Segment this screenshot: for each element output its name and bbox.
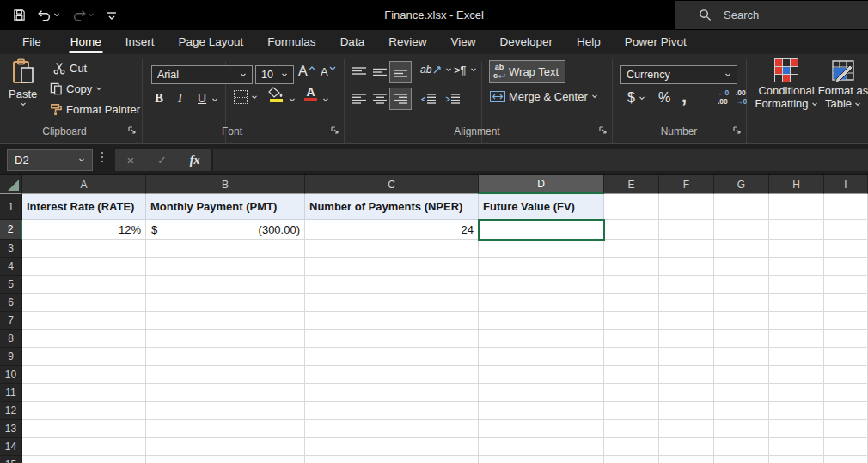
row-header-2[interactable]: 2	[0, 220, 22, 240]
align-bottom-button[interactable]	[390, 62, 411, 82]
text-direction-button[interactable]: >¶	[454, 64, 477, 76]
merge-center-button[interactable]: Merge & Center	[490, 90, 598, 103]
tab-view[interactable]: View	[438, 31, 487, 54]
increase-indent-button[interactable]	[442, 88, 462, 109]
redo-button[interactable]	[68, 6, 99, 25]
font-color-chevron-icon[interactable]	[322, 98, 329, 102]
align-right-button[interactable]	[390, 88, 411, 109]
undo-button[interactable]	[34, 6, 64, 25]
conditional-formatting-button[interactable]: Conditional Formatting	[758, 58, 815, 111]
selected-cell-D2[interactable]	[478, 219, 605, 241]
increase-decimal-button[interactable]: ←0 .00	[718, 89, 729, 105]
align-middle-button[interactable]	[370, 62, 390, 82]
underline-button[interactable]: U	[198, 91, 206, 105]
number-format-combo[interactable]: Currency	[620, 65, 737, 84]
cell-D1[interactable]: Future Value (FV)	[479, 194, 604, 220]
underline-chevron-icon[interactable]	[211, 98, 218, 102]
text-direction-chevron-icon[interactable]	[470, 68, 477, 72]
tab-page-layout[interactable]: Page Layout	[167, 31, 256, 54]
increase-font-size-button[interactable]: A	[298, 64, 315, 79]
row-header-15[interactable]: 15	[0, 456, 22, 463]
align-left-button[interactable]	[349, 88, 370, 109]
cell-B1[interactable]: Monthly Payment (PMT)	[146, 194, 305, 220]
cell-C1[interactable]: Number of Payments (NPER)	[305, 194, 479, 220]
accounting-chevron-icon[interactable]	[639, 96, 645, 101]
row-header-8[interactable]: 8	[0, 330, 22, 348]
column-header-A[interactable]: A	[22, 175, 146, 194]
column-header-E[interactable]: E	[604, 175, 659, 194]
insert-function-icon[interactable]: fx	[190, 154, 200, 168]
tab-review[interactable]: Review	[376, 31, 438, 54]
accounting-format-button[interactable]: $	[627, 90, 645, 106]
paste-button[interactable]: Paste	[9, 58, 37, 107]
bold-button[interactable]: B	[155, 91, 163, 106]
copy-chevron-icon[interactable]	[95, 87, 102, 91]
name-box[interactable]: D2	[7, 149, 93, 171]
search-box[interactable]: Search	[675, 1, 868, 29]
orientation-button[interactable]: ab	[420, 64, 452, 76]
tab-help[interactable]: Help	[565, 31, 613, 54]
row-header-10[interactable]: 10	[0, 366, 22, 384]
name-box-chevron-icon[interactable]	[78, 158, 85, 162]
row-header-6[interactable]: 6	[0, 294, 22, 312]
align-top-button[interactable]	[349, 62, 370, 82]
column-header-F[interactable]: F	[659, 175, 714, 194]
column-header-C[interactable]: C	[305, 175, 479, 194]
cut-button[interactable]: Cut	[53, 62, 87, 75]
row-header-7[interactable]: 7	[0, 312, 22, 330]
save-icon[interactable]	[9, 5, 30, 25]
wrap-text-button[interactable]: ab c Wrap Text	[490, 61, 565, 82]
select-all-button[interactable]	[0, 175, 22, 194]
font-color-button[interactable]: A	[304, 86, 317, 101]
borders-chevron-icon[interactable]	[251, 95, 258, 100]
copy-button[interactable]: Copy	[50, 82, 102, 95]
column-header-H[interactable]: H	[769, 175, 824, 194]
percent-style-button[interactable]: %	[658, 90, 670, 106]
clipboard-dialog-launcher[interactable]	[127, 125, 138, 136]
row-header-4[interactable]: 4	[0, 258, 22, 276]
tab-developer[interactable]: Developer	[487, 31, 565, 54]
borders-button[interactable]	[234, 90, 258, 104]
decrease-decimal-button[interactable]: .00 →0	[736, 89, 747, 105]
number-dialog-launcher[interactable]	[732, 125, 743, 136]
row-header-13[interactable]: 13	[0, 420, 22, 438]
fill-color-chevron-icon[interactable]	[289, 98, 296, 102]
orientation-chevron-icon[interactable]	[445, 68, 452, 72]
column-header-B[interactable]: B	[146, 175, 305, 194]
align-center-button[interactable]	[370, 88, 390, 109]
tab-power-pivot[interactable]: Power Pivot	[613, 31, 699, 54]
format-as-table-button[interactable]: Format as Table	[818, 58, 868, 111]
paste-chevron-icon[interactable]	[20, 102, 27, 107]
fill-color-button[interactable]	[268, 87, 284, 102]
tab-insert[interactable]: Insert	[113, 31, 167, 54]
merge-center-chevron-icon[interactable]	[591, 94, 598, 99]
decrease-font-size-button[interactable]: A	[321, 65, 336, 78]
cell-B2[interactable]: $ (300.00)	[146, 220, 304, 239]
font-size-combo[interactable]: 10	[255, 65, 294, 84]
font-name-combo[interactable]: Arial	[151, 65, 253, 84]
tab-data[interactable]: Data	[328, 31, 377, 54]
row-header-9[interactable]: 9	[0, 348, 22, 366]
column-header-D[interactable]: D	[479, 175, 604, 194]
comma-style-button[interactable]: ,	[682, 85, 687, 107]
row-header-11[interactable]: 11	[0, 384, 22, 402]
column-header-G[interactable]: G	[714, 175, 769, 194]
tab-file[interactable]: File	[10, 31, 53, 54]
customize-quick-access-icon[interactable]	[102, 7, 121, 24]
cell-A2[interactable]: 12%	[22, 220, 145, 239]
row-header-12[interactable]: 12	[0, 402, 22, 420]
decrease-indent-button[interactable]	[418, 88, 438, 109]
font-dialog-launcher[interactable]	[330, 125, 340, 136]
italic-button[interactable]: I	[178, 91, 182, 106]
tab-home[interactable]: Home	[58, 31, 113, 54]
alignment-dialog-launcher[interactable]	[598, 125, 608, 136]
row-header-5[interactable]: 5	[0, 276, 22, 294]
row-header-1[interactable]: 1	[0, 194, 22, 220]
formula-input[interactable]	[213, 149, 868, 171]
row-header-3[interactable]: 3	[0, 240, 22, 258]
tab-formulas[interactable]: Formulas	[255, 31, 327, 54]
format-painter-button[interactable]: Format Painter	[50, 103, 140, 116]
cell-C2[interactable]: 24	[305, 220, 478, 239]
cell-A1[interactable]: Interest Rate (RATE)	[22, 194, 146, 220]
cancel-icon[interactable]: ×	[126, 153, 134, 168]
